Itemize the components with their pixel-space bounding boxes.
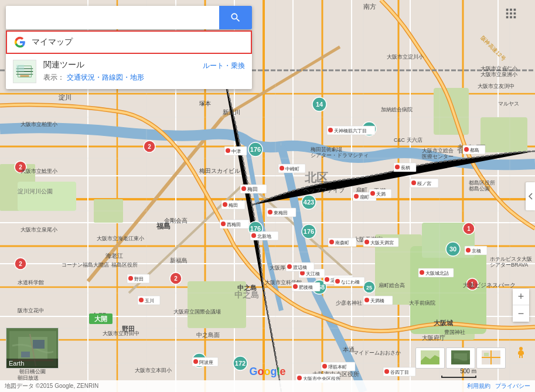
svg-text:25: 25 — [366, 285, 372, 291]
related-tools-item[interactable]: 関連ツール 表示： 交通状況・路線図・地形 ルート・乗換 — [6, 54, 252, 89]
tools-content: 関連ツール 表示： 交通状況・路線図・地形 — [43, 60, 203, 83]
svg-text:2: 2 — [148, 144, 151, 150]
tools-title: 関連ツール — [43, 60, 203, 70]
svg-text:176: 176 — [250, 146, 261, 153]
svg-text:ヘップファイブ: ヘップファイブ — [304, 187, 345, 193]
svg-point-163 — [226, 148, 230, 153]
svg-text:176: 176 — [304, 228, 314, 235]
map-data-label: 地図データ ©2015 Google, ZENRIN — [5, 382, 98, 390]
svg-point-220 — [193, 359, 198, 364]
search-area: マイマップ 関連ツール — [6, 6, 252, 89]
svg-text:豊国神社: 豊国神社 — [444, 329, 465, 335]
map-type-satellite[interactable] — [446, 347, 475, 369]
svg-text:梅田芸術劇場: 梅田芸術劇場 — [310, 146, 342, 152]
svg-point-193 — [325, 277, 329, 282]
right-panel-toggle[interactable] — [526, 182, 535, 210]
svg-text:30: 30 — [449, 246, 456, 253]
svg-point-166 — [280, 166, 284, 171]
svg-text:天満: 天満 — [376, 192, 386, 197]
svg-text:大阪市立海老江東小: 大阪市立海老江東小 — [97, 236, 144, 241]
svg-text:福島区役所: 福島区役所 — [111, 262, 138, 268]
privacy-link[interactable]: プライバシー — [495, 382, 530, 390]
terms-link[interactable]: 利用規約 — [467, 382, 490, 390]
map-container[interactable]: 14 168 176 176 423 176 172 172 423 30 2 … — [0, 0, 535, 392]
svg-text:中之島: 中之島 — [234, 290, 259, 299]
svg-text:1: 1 — [467, 226, 471, 232]
svg-text:都島公園: 都島公園 — [469, 186, 490, 192]
map-tools-icon — [13, 60, 36, 83]
svg-text:大阪市立貞仁小: 大阪市立貞仁小 — [481, 66, 517, 71]
svg-point-172 — [328, 128, 333, 132]
svg-text:淀川: 淀川 — [59, 94, 71, 101]
svg-text:梅田: 梅田 — [228, 203, 238, 208]
svg-text:コーナン福島大開店: コーナン福島大開店 — [62, 262, 109, 268]
svg-text:中崎町: 中崎町 — [285, 166, 299, 172]
svg-text:172: 172 — [235, 360, 246, 367]
svg-text:大阪市立友渕中: 大阪市立友渕中 — [478, 83, 514, 89]
svg-text:野田: 野田 — [134, 277, 144, 282]
map-type-controls — [415, 347, 506, 369]
zoom-out-button[interactable]: − — [513, 305, 529, 322]
svg-text:大手前病院: 大手前病院 — [409, 300, 435, 306]
svg-point-208 — [420, 270, 424, 275]
svg-point-202 — [287, 264, 292, 269]
my-maps-item[interactable]: マイマップ — [6, 30, 252, 54]
grid-icon[interactable] — [505, 7, 517, 22]
svg-point-211 — [251, 233, 256, 238]
dropdown-panel: マイマップ 関連ツール — [6, 30, 252, 89]
svg-point-226 — [297, 376, 302, 380]
svg-text:14: 14 — [316, 101, 323, 108]
svg-point-154 — [223, 202, 227, 207]
svg-point-190 — [466, 248, 471, 253]
svg-text:大阪城北詰: 大阪城北詰 — [425, 271, 449, 276]
search-button[interactable] — [219, 6, 252, 29]
svg-text:なにわ橋: なにわ橋 — [341, 279, 360, 285]
zoom-controls: + − — [513, 289, 529, 322]
map-type-map[interactable] — [476, 347, 506, 369]
svg-text:大阪市立柏里小: 大阪市立柏里小 — [21, 121, 57, 127]
svg-text:淀川河川公園: 淀川河川公園 — [18, 188, 53, 195]
earth-label: Earth — [6, 359, 58, 368]
svg-text:天満橋: 天満橋 — [370, 298, 384, 304]
svg-text:塚本: 塚本 — [199, 100, 211, 107]
pegman-icon[interactable] — [514, 346, 528, 360]
svg-text:南森町: 南森町 — [335, 240, 349, 246]
google-icon — [14, 36, 26, 48]
svg-text:2: 2 — [174, 275, 178, 282]
svg-text:扇町: 扇町 — [360, 195, 369, 200]
svg-point-223 — [322, 364, 327, 369]
svg-text:大阪市立総合: 大阪市立総合 — [422, 148, 454, 154]
svg-text:梅田スカイビル: 梅田スカイビル — [199, 168, 240, 174]
svg-point-229 — [384, 369, 389, 374]
svg-point-187 — [395, 165, 400, 169]
svg-point-252 — [519, 347, 523, 350]
search-box-container — [6, 6, 252, 29]
map-type-terrain[interactable] — [415, 347, 445, 369]
svg-text:C&C 天六店: C&C 天六店 — [394, 137, 422, 143]
search-input[interactable] — [6, 6, 219, 29]
svg-point-160 — [221, 221, 226, 226]
svg-rect-248 — [21, 352, 30, 357]
svg-text:マルヤス: マルヤス — [498, 101, 519, 107]
svg-text:南方: 南方 — [363, 3, 376, 10]
svg-text:大阪市立泉洲小: 大阪市立泉洲小 — [481, 71, 517, 77]
svg-text:京橋: 京橋 — [472, 248, 481, 254]
route-button[interactable]: ルート・乗換 — [203, 60, 245, 71]
svg-text:梅田: 梅田 — [247, 186, 258, 192]
svg-point-217 — [411, 180, 416, 185]
svg-text:423: 423 — [304, 199, 314, 206]
svg-text:シアター・ドラマシティ: シアター・ドラマシティ — [311, 152, 369, 158]
bottom-left-info: 地図データ ©2015 Google, ZENRIN — [5, 382, 98, 390]
svg-text:長柄: 長柄 — [401, 165, 410, 171]
earth-thumbnail[interactable]: Earth — [6, 328, 59, 369]
svg-text:肥後橋: 肥後橋 — [299, 285, 313, 290]
svg-text:谷四丁目: 谷四丁目 — [390, 370, 409, 375]
chevron-left-icon — [527, 192, 533, 201]
svg-text:大江橋: 大江橋 — [306, 271, 320, 277]
zoom-in-button[interactable]: + — [513, 289, 529, 305]
svg-point-151 — [241, 186, 246, 191]
my-maps-label: マイマップ — [32, 37, 73, 47]
svg-text:加納総合病院: 加納総合病院 — [381, 107, 413, 113]
display-links[interactable]: 交通状況・路線図・地形 — [67, 73, 144, 83]
svg-text:水道科学館: 水道科学館 — [18, 279, 44, 285]
